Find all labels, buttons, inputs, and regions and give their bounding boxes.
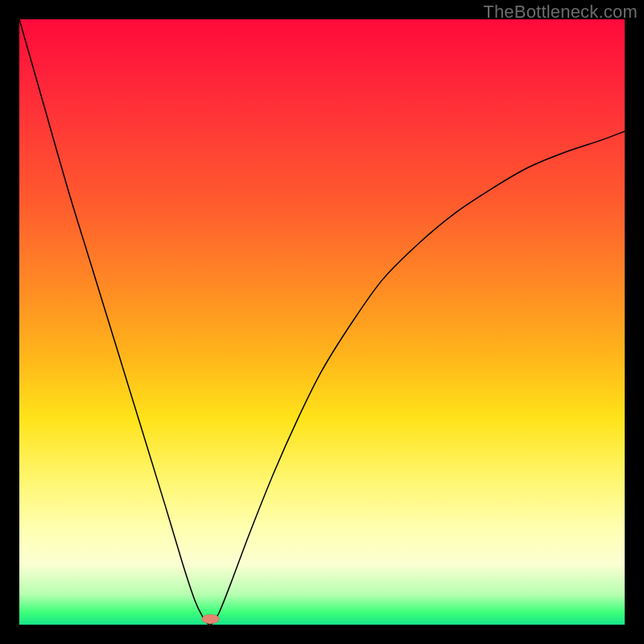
curve-svg <box>19 19 625 625</box>
optimal-marker <box>202 614 220 624</box>
watermark-label: TheBottleneck.com <box>483 2 638 23</box>
bottleneck-curve <box>19 19 625 625</box>
plot-area <box>19 19 625 625</box>
chart-frame: TheBottleneck.com <box>0 0 644 644</box>
